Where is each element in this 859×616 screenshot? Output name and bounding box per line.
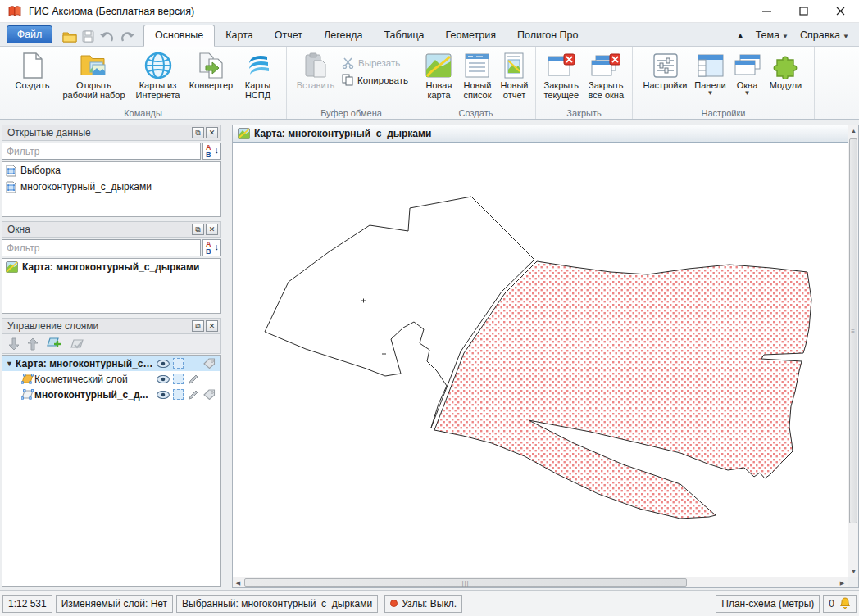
expand-arrow-icon[interactable]: ▼: [6, 360, 16, 368]
puzzle-icon: [773, 52, 799, 79]
map-canvas[interactable]: [233, 143, 848, 577]
layer-row-cosmetic[interactable]: Косметический слой: [2, 371, 220, 387]
settings-button[interactable]: Настройки: [640, 49, 691, 92]
scale-indicator[interactable]: 1:12 531: [2, 595, 52, 613]
ribbon: Создать Открыть рабочий набор Карты из И…: [0, 47, 859, 120]
edit-pencil-icon[interactable]: [189, 389, 199, 400]
visibility-eye-icon[interactable]: [157, 360, 170, 368]
map-vertical-scrollbar[interactable]: ▲ ≡ ▼: [848, 125, 858, 577]
tab-poligon-pro[interactable]: Полигон Про: [507, 25, 589, 46]
move-layer-up-icon[interactable]: [27, 337, 39, 351]
tab-legenda[interactable]: Легенда: [313, 25, 374, 46]
vertical-scroll-thumb[interactable]: ≡: [849, 138, 857, 523]
maps-nspd-button[interactable]: Карты НСПД: [237, 49, 280, 102]
close-all-windows-button[interactable]: Закрыть все окна: [584, 49, 629, 102]
edit-pencil-icon[interactable]: [189, 374, 199, 384]
tab-tablica[interactable]: Таблица: [374, 25, 435, 46]
panels-dropdown-arrow: ▼: [707, 90, 714, 97]
panels-button[interactable]: Панели ▼: [691, 49, 730, 98]
move-layer-down-icon[interactable]: [8, 337, 20, 351]
scroll-up-arrow[interactable]: ▲: [848, 125, 859, 136]
new-list-button[interactable]: Новый список: [458, 49, 497, 102]
list-item-mnogokonturny[interactable]: многоконтурный_с_дырками: [2, 179, 220, 195]
layer-row-mnogokonturny[interactable]: многоконтурный_с_д...: [2, 387, 220, 402]
windows-close-icon[interactable]: ✕: [206, 224, 218, 235]
windows-button[interactable]: Окна ▼: [730, 49, 765, 98]
new-map-button[interactable]: Новая карта: [420, 49, 458, 102]
minimize-button[interactable]: [748, 0, 785, 23]
layers-float-icon[interactable]: ⧉: [192, 320, 204, 332]
map-thumbnail-icon: [238, 128, 250, 139]
open-data-header: Открытые данные ⧉ ✕: [2, 125, 221, 141]
panel-layers: Управление слоями ⧉ ✕ ▼ Карта: многоконт…: [2, 318, 221, 588]
ribbon-group-settings: Настройки Панели ▼ Окна ▼ Модули Настрой…: [633, 47, 815, 119]
maps-from-internet-button[interactable]: Карты из Интернета: [130, 49, 186, 102]
status-bar: 1:12 531 Изменяемый слой: Нет Выбранный:…: [0, 590, 859, 616]
notifications-indicator[interactable]: 0: [823, 595, 857, 613]
windows-sort-button[interactable]: AB↓: [202, 239, 221, 256]
layers-header: Управление слоями ⧉ ✕: [2, 318, 221, 334]
tab-otchet[interactable]: Отчет: [264, 25, 313, 46]
horizontal-scroll-thumb[interactable]: |||: [244, 578, 687, 587]
help-menu[interactable]: Справка▼: [800, 29, 849, 41]
cut-button[interactable]: Вырезать: [339, 54, 411, 71]
list-item-map-window[interactable]: Карта: многоконтурный_с_дырками: [2, 259, 220, 275]
redo-icon[interactable]: [120, 30, 135, 43]
map-horizontal-scrollbar[interactable]: ◀ ||| ▶: [233, 577, 848, 587]
tab-osnovnye[interactable]: Основные: [143, 25, 215, 47]
maximize-button[interactable]: [785, 0, 822, 23]
settings-sliders-icon: [653, 53, 678, 78]
visibility-eye-icon[interactable]: [157, 375, 170, 383]
undo-icon[interactable]: [99, 30, 115, 43]
new-document-icon: [22, 52, 43, 79]
nodes-indicator[interactable]: Узлы: Выкл.: [384, 595, 462, 613]
tab-karta[interactable]: Карта: [215, 25, 263, 46]
close-button[interactable]: [822, 0, 859, 23]
windows-title: Окна: [7, 224, 190, 235]
file-menu-button[interactable]: Файл: [7, 25, 52, 43]
editable-layer-indicator[interactable]: Изменяемый слой: Нет: [56, 595, 173, 613]
edit-layer-icon[interactable]: [70, 337, 85, 351]
visibility-eye-icon[interactable]: [157, 391, 170, 399]
bell-icon[interactable]: [839, 597, 851, 609]
table-region-icon: [6, 165, 16, 177]
open-data-title: Открытые данные: [7, 127, 190, 138]
windows-float-icon[interactable]: ⧉: [192, 224, 204, 235]
windows-filter-input[interactable]: [2, 239, 201, 256]
tab-geometriya[interactable]: Геометрия: [435, 25, 507, 46]
scroll-left-arrow[interactable]: ◀: [233, 578, 243, 588]
panels-icon: [698, 54, 724, 77]
layer-checkbox[interactable]: [173, 389, 184, 400]
layer-row-map[interactable]: ▼ Карта: многоконтурный_с_...: [2, 356, 220, 371]
new-list-icon: [465, 53, 489, 78]
panel-windows: Окна ⧉ ✕ AB↓ Карта: многоконтурный_с_дыр…: [2, 221, 221, 316]
modules-button[interactable]: Модули: [765, 49, 807, 92]
paste-button[interactable]: Вставить: [292, 49, 339, 92]
open-data-sort-button[interactable]: AB↓: [202, 143, 221, 160]
close-current-button[interactable]: Закрыть текущее: [539, 49, 584, 102]
map-window-tab[interactable]: Карта: многоконтурный_с_дырками: [233, 125, 858, 143]
list-item-vyborka[interactable]: Выборка: [2, 162, 220, 179]
projection-indicator[interactable]: План-схема (метры): [716, 595, 820, 613]
collapse-ribbon-icon[interactable]: ▲: [737, 31, 744, 39]
create-button[interactable]: Создать: [7, 49, 58, 92]
label-tag-icon[interactable]: [203, 358, 216, 369]
open-data-filter-input[interactable]: [2, 143, 201, 160]
add-layer-icon[interactable]: [46, 337, 62, 351]
layers-close-icon[interactable]: ✕: [206, 320, 218, 332]
layer-checkbox[interactable]: [173, 374, 184, 384]
open-data-float-icon[interactable]: ⧉: [192, 127, 204, 138]
open-folder-icon[interactable]: [62, 30, 77, 43]
theme-menu[interactable]: Тема▼: [756, 29, 789, 41]
converter-button[interactable]: Конвертер: [186, 49, 237, 92]
copy-button[interactable]: Копировать: [339, 71, 411, 88]
layer-checkbox[interactable]: [173, 358, 184, 369]
scroll-down-arrow[interactable]: ▼: [848, 566, 859, 577]
new-report-button[interactable]: Новый отчет: [497, 49, 532, 102]
label-tag-icon[interactable]: [203, 389, 216, 400]
save-icon[interactable]: [82, 30, 94, 43]
scroll-right-arrow[interactable]: ▶: [837, 578, 848, 588]
open-data-close-icon[interactable]: ✕: [206, 127, 218, 138]
open-workset-button[interactable]: Открыть рабочий набор: [58, 49, 130, 102]
selected-indicator[interactable]: Выбранный: многоконтурный_с_дырками: [176, 595, 378, 613]
